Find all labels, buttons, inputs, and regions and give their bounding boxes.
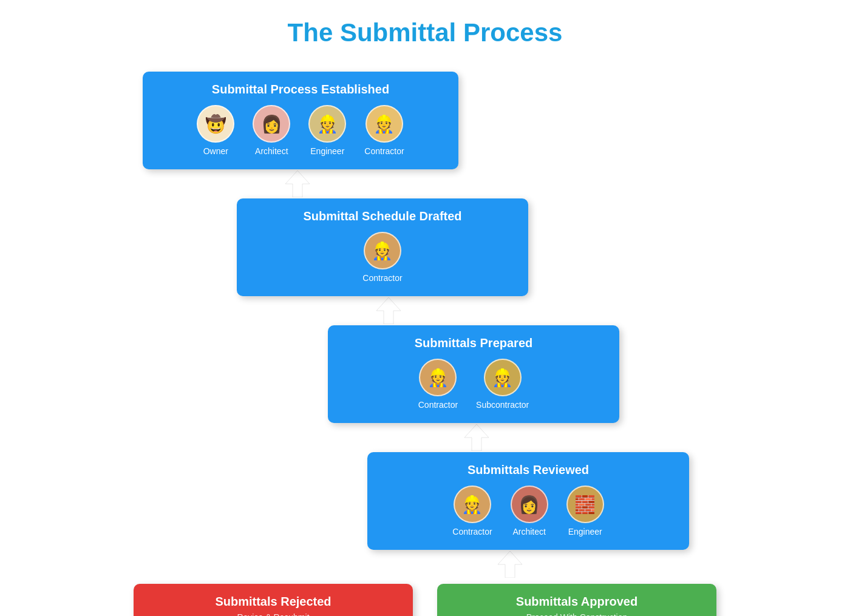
- svg-marker-3: [498, 551, 522, 578]
- svg-marker-0: [285, 171, 310, 197]
- avatar-owner: 🤠 Owner: [197, 105, 234, 156]
- step3-title: Submittals Prepared: [346, 336, 601, 350]
- page-title: The Submittal Process: [49, 18, 801, 47]
- architect-label-1: Architect: [255, 146, 288, 156]
- arrow-4: [498, 551, 522, 578]
- rejected-title: Submittals Rejected: [152, 595, 395, 609]
- flow-container: Submittal Process Established 🤠 Owner 👩 …: [49, 72, 801, 616]
- contractor-avatar-circle-4: 👷: [454, 486, 491, 523]
- avatar-architect-1: 👩 Architect: [253, 105, 290, 156]
- avatar-contractor-1: 👷 Contractor: [364, 105, 404, 156]
- svg-marker-2: [464, 424, 489, 451]
- owner-label: Owner: [203, 146, 228, 156]
- contractor-label-1: Contractor: [364, 146, 404, 156]
- architect-avatar-circle-1: 👩: [253, 105, 290, 143]
- avatar-contractor-3: 👷 Contractor: [418, 359, 458, 410]
- step2-avatars: 👷 Contractor: [255, 232, 510, 283]
- avatar-contractor-2: 👷 Contractor: [362, 232, 402, 283]
- contractor-avatar-circle-3: 👷: [419, 359, 457, 396]
- step4-title: Submittals Reviewed: [386, 463, 671, 477]
- step1-title: Submittal Process Established: [161, 83, 440, 96]
- contractor-label-3: Contractor: [418, 400, 458, 410]
- engineer-label-1: Engineer: [310, 146, 344, 156]
- contractor-label-4: Contractor: [452, 527, 492, 536]
- engineer-avatar-circle-2: 🧱: [566, 486, 604, 523]
- engineer-label-2: Engineer: [568, 527, 602, 536]
- contractor-avatar-circle-2: 👷: [364, 232, 401, 269]
- svg-marker-1: [376, 297, 401, 324]
- arrow-2: [376, 297, 401, 324]
- step-box-1: Submittal Process Established 🤠 Owner 👩 …: [143, 72, 458, 169]
- step-box-4: Submittals Reviewed 👷 Contractor 👩 Archi…: [367, 452, 689, 550]
- page-wrapper: The Submittal Process Submittal Process …: [0, 0, 850, 616]
- approved-subtitle: - Proceed With Construction -: [455, 612, 698, 616]
- bottom-row: Submittals Rejected - Revise & Resubmit …: [49, 584, 801, 616]
- approved-box: Submittals Approved - Proceed With Const…: [437, 584, 716, 616]
- rejected-box: Submittals Rejected - Revise & Resubmit …: [134, 584, 413, 616]
- step1-avatars: 🤠 Owner 👩 Architect 👷 Engineer 👷 Contrac…: [161, 105, 440, 156]
- avatar-architect-2: 👩 Architect: [511, 486, 548, 536]
- architect-avatar-circle-2: 👩: [511, 486, 548, 523]
- step3-avatars: 👷 Contractor 👷 Subcontractor: [346, 359, 601, 410]
- arrow-3: [464, 424, 489, 451]
- engineer-avatar-circle-1: 👷: [308, 105, 346, 143]
- step4-avatars: 👷 Contractor 👩 Architect 🧱 Engineer: [386, 486, 671, 536]
- contractor-avatar-circle-1: 👷: [365, 105, 403, 143]
- step-box-2: Submittal Schedule Drafted 👷 Contractor: [237, 198, 528, 296]
- subcontractor-avatar-circle: 👷: [484, 359, 522, 396]
- step-box-3: Submittals Prepared 👷 Contractor 👷 Subco…: [328, 325, 619, 423]
- subcontractor-label: Subcontractor: [476, 400, 529, 410]
- avatar-engineer-1: 👷 Engineer: [308, 105, 346, 156]
- contractor-label-2: Contractor: [362, 273, 402, 283]
- avatar-contractor-4: 👷 Contractor: [452, 486, 492, 536]
- rejected-subtitle: - Revise & Resubmit -: [152, 612, 395, 616]
- owner-avatar-circle: 🤠: [197, 105, 234, 143]
- avatar-subcontractor: 👷 Subcontractor: [476, 359, 529, 410]
- arrow-1: [285, 171, 310, 197]
- approved-title: Submittals Approved: [455, 595, 698, 609]
- architect-label-2: Architect: [512, 527, 545, 536]
- step2-title: Submittal Schedule Drafted: [255, 209, 510, 223]
- avatar-engineer-2: 🧱 Engineer: [566, 486, 604, 536]
